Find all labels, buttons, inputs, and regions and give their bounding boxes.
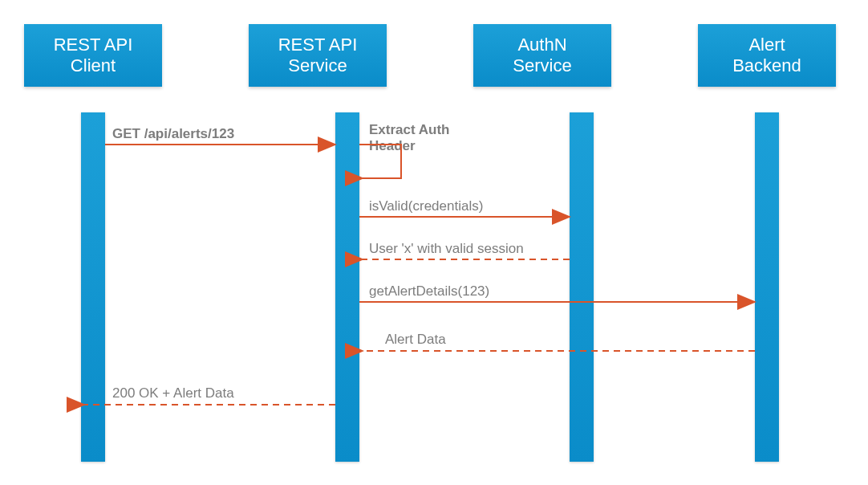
msg-label-m6: Alert Data xyxy=(385,332,446,348)
lifeline-client xyxy=(81,112,105,462)
msg-label-m4: User 'x' with valid session xyxy=(369,241,524,257)
participant-label: AlertBackend xyxy=(732,35,801,77)
participant-client: REST APIClient xyxy=(24,24,162,87)
msg-label-m5: getAlertDetails(123) xyxy=(369,283,489,300)
msg-label-m1: GET /api/alerts/123 xyxy=(112,126,234,142)
lifeline-service xyxy=(335,112,359,462)
lifeline-backend xyxy=(755,112,779,462)
participant-authn: AuthNService xyxy=(473,24,611,87)
participant-backend: AlertBackend xyxy=(698,24,836,87)
msg-label-m3: isValid(credentials) xyxy=(369,198,483,214)
participant-label: REST APIClient xyxy=(54,35,133,77)
msg-label-m2: Extract AuthHeader xyxy=(369,122,449,154)
participant-label: REST APIService xyxy=(278,35,358,77)
participant-service: REST APIService xyxy=(249,24,387,87)
lifeline-authn xyxy=(570,112,594,462)
participant-label: AuthNService xyxy=(513,35,571,77)
msg-label-m7: 200 OK + Alert Data xyxy=(112,385,234,401)
